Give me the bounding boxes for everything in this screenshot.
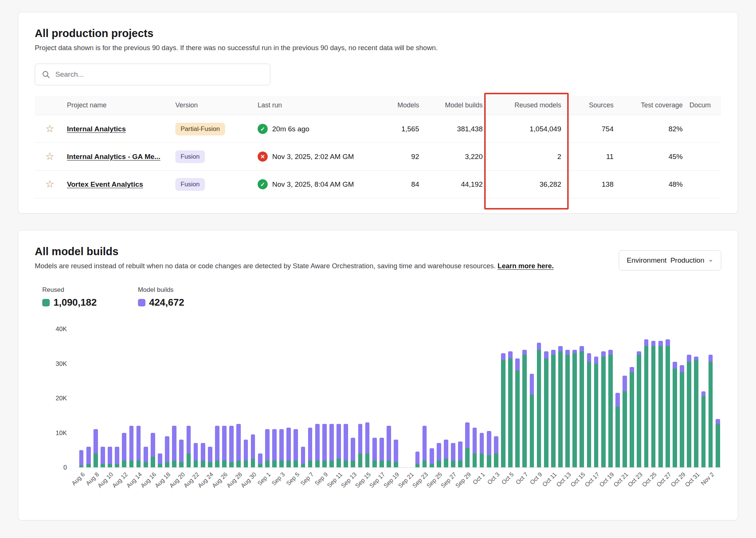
bar-slot[interactable]: Oct 27 xyxy=(664,329,671,467)
bar-slot[interactable] xyxy=(128,329,135,467)
bar-slot[interactable]: Sep 23 xyxy=(421,329,428,467)
bar-slot[interactable]: Sep 11 xyxy=(335,329,342,467)
bar-slot[interactable] xyxy=(256,329,264,467)
project-name-link[interactable]: Vortex Event Analytics xyxy=(67,180,143,188)
bar-slot[interactable]: Oct 21 xyxy=(621,329,629,467)
bar-slot[interactable] xyxy=(185,329,192,467)
bar-slot[interactable]: Oct 15 xyxy=(578,329,586,467)
learn-more-link[interactable]: Learn more here. xyxy=(498,262,554,270)
bar-slot[interactable] xyxy=(629,329,636,467)
bar-slot[interactable] xyxy=(528,329,535,467)
bar-slot[interactable]: Oct 13 xyxy=(564,329,571,467)
bar-slot[interactable] xyxy=(85,329,92,467)
bar-slot[interactable]: Sep 17 xyxy=(378,329,385,467)
bar-slot[interactable] xyxy=(142,329,149,467)
bar-slot[interactable]: Oct 23 xyxy=(636,329,643,467)
bar-slot[interactable] xyxy=(485,329,492,467)
bar-slot[interactable] xyxy=(414,329,421,467)
bar-slot[interactable]: Aug 26 xyxy=(221,329,228,467)
bar-slot[interactable]: Aug 16 xyxy=(149,329,156,467)
bar-slot[interactable]: Sep 13 xyxy=(350,329,357,467)
bar-slot[interactable]: Nov 2 xyxy=(707,329,714,467)
bar-slot[interactable] xyxy=(371,329,378,467)
bar-slot[interactable]: Oct 31 xyxy=(693,329,700,467)
bar-slot[interactable]: Oct 29 xyxy=(679,329,686,467)
bar-slot[interactable]: Oct 3 xyxy=(492,329,500,467)
bar-slot[interactable] xyxy=(614,329,621,467)
bar-slot[interactable] xyxy=(514,329,521,467)
project-name-link[interactable]: Internal Analytics - GA Me... xyxy=(67,153,160,161)
bar-slot[interactable]: Sep 1 xyxy=(264,329,271,467)
bar-slot[interactable]: Aug 12 xyxy=(121,329,128,467)
bar-slot[interactable] xyxy=(686,329,693,467)
bar-slot[interactable]: Oct 1 xyxy=(478,329,485,467)
bar-slot[interactable] xyxy=(400,329,407,467)
project-name-link[interactable]: Internal Analytics xyxy=(67,125,126,133)
bar-slot[interactable] xyxy=(114,329,121,467)
reused-bar-segment xyxy=(658,346,663,467)
bar-slot[interactable]: Aug 10 xyxy=(107,329,114,467)
bar-slot[interactable] xyxy=(171,329,178,467)
bar-slot[interactable]: Sep 9 xyxy=(321,329,328,467)
bar-slot[interactable] xyxy=(285,329,292,467)
bar-slot[interactable]: Sep 27 xyxy=(450,329,457,467)
bar-slot[interactable]: Aug 24 xyxy=(206,329,213,467)
bar-slot[interactable] xyxy=(299,329,307,467)
bar-slot[interactable] xyxy=(442,329,449,467)
bar-slot[interactable] xyxy=(213,329,221,467)
bar-slot[interactable]: Oct 5 xyxy=(507,329,514,467)
bar-slot[interactable] xyxy=(543,329,550,467)
bar-slot[interactable]: Oct 7 xyxy=(521,329,528,467)
bar-slot[interactable] xyxy=(199,329,206,467)
bar-slot[interactable] xyxy=(657,329,664,467)
bar-slot[interactable] xyxy=(428,329,435,467)
bar-slot[interactable] xyxy=(156,329,163,467)
bar-slot[interactable]: Aug 30 xyxy=(249,329,256,467)
bar-slot[interactable] xyxy=(314,329,321,467)
bar-slot[interactable] xyxy=(600,329,607,467)
bar-slot[interactable]: Oct 19 xyxy=(607,329,614,467)
bar-slot[interactable] xyxy=(671,329,678,467)
bar-slot[interactable]: Oct 17 xyxy=(593,329,600,467)
bar-slot[interactable] xyxy=(242,329,249,467)
bar-slot[interactable] xyxy=(328,329,335,467)
bar-slot[interactable] xyxy=(586,329,593,467)
bar-slot[interactable]: Aug 14 xyxy=(135,329,142,467)
bar-slot[interactable] xyxy=(99,329,106,467)
bar-slot[interactable]: Aug 6 xyxy=(78,329,85,467)
bar-slot[interactable] xyxy=(557,329,564,467)
bar-slot[interactable] xyxy=(271,329,278,467)
bar-slot[interactable]: Aug 28 xyxy=(235,329,242,467)
bar-slot[interactable] xyxy=(714,329,721,467)
favorite-star-button[interactable]: ☆ xyxy=(45,124,54,134)
bar-slot[interactable]: Oct 9 xyxy=(535,329,543,467)
bar-slot[interactable]: Sep 21 xyxy=(407,329,414,467)
bar-slot[interactable] xyxy=(228,329,235,467)
bar-slot[interactable] xyxy=(700,329,707,467)
bar-slot[interactable]: Oct 11 xyxy=(550,329,557,467)
search-input[interactable] xyxy=(55,70,263,79)
bar-slot[interactable] xyxy=(643,329,650,467)
bar-slot[interactable] xyxy=(385,329,392,467)
bar-slot[interactable] xyxy=(457,329,464,467)
bar-slot[interactable] xyxy=(357,329,364,467)
bar-slot[interactable]: Aug 22 xyxy=(192,329,199,467)
environment-dropdown[interactable]: Environment Production ⌄ xyxy=(619,250,721,270)
bar-slot[interactable] xyxy=(471,329,478,467)
bar-slot[interactable]: Oct 25 xyxy=(650,329,657,467)
favorite-star-button[interactable]: ☆ xyxy=(45,152,54,162)
bar-slot[interactable] xyxy=(571,329,578,467)
bar-slot[interactable]: Sep 19 xyxy=(393,329,400,467)
favorite-star-button[interactable]: ☆ xyxy=(45,179,54,189)
bar-slot[interactable]: Sep 15 xyxy=(364,329,371,467)
bar-slot[interactable] xyxy=(500,329,507,467)
bar-slot[interactable]: Sep 5 xyxy=(292,329,299,467)
bar-slot[interactable]: Sep 29 xyxy=(464,329,471,467)
bar-slot[interactable]: Sep 7 xyxy=(307,329,314,467)
bar-slot[interactable]: Aug 8 xyxy=(92,329,99,467)
bar-slot[interactable]: Aug 20 xyxy=(178,329,185,467)
bar-slot[interactable]: Sep 3 xyxy=(278,329,285,467)
bar-slot[interactable]: Sep 25 xyxy=(435,329,442,467)
bar-slot[interactable]: Aug 18 xyxy=(164,329,171,467)
bar-slot[interactable] xyxy=(342,329,350,467)
